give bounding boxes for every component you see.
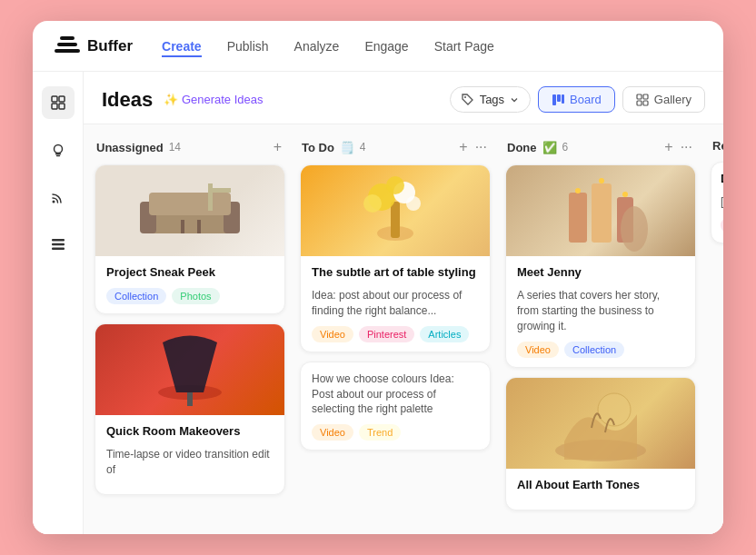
- column-count-done: 6: [562, 141, 569, 154]
- card-sofa[interactable]: Project Sneak Peek Collection Photos: [94, 164, 285, 314]
- card-design-title: Design: [721, 172, 723, 187]
- nav-tab-start-page[interactable]: Start Page: [434, 35, 494, 57]
- generate-ideas-button[interactable]: ✨ Generate Ideas: [164, 93, 263, 106]
- svg-point-36: [406, 196, 421, 211]
- nav-tab-engage[interactable]: Engage: [364, 35, 408, 57]
- card-design-desc: [Idea] advice... pattern...: [721, 194, 723, 210]
- svg-point-43: [621, 206, 648, 252]
- svg-rect-27: [208, 183, 213, 211]
- tag-collection-done: Collection: [564, 342, 624, 358]
- card-lamp-body: Quick Room Makeovers Time-lapse or video…: [95, 415, 284, 493]
- more-done-button[interactable]: ···: [679, 139, 694, 155]
- card-flowers-title: The subtle art of table styling: [312, 265, 479, 281]
- card-candles-tags: Video Collection: [517, 342, 684, 358]
- lamp-illustration: [135, 324, 244, 415]
- svg-rect-14: [557, 94, 561, 102]
- card-colours-desc: How we choose colours Idea: Post about o…: [312, 372, 479, 417]
- card-colours[interactable]: How we choose colours Idea: Post about o…: [300, 362, 491, 451]
- nav-tab-create[interactable]: Create: [162, 35, 202, 57]
- tag-video-colours: Video: [312, 424, 353, 441]
- sidebar-icon-list[interactable]: [42, 228, 75, 261]
- board-view-button[interactable]: Board: [538, 86, 615, 113]
- bulb-icon: [50, 142, 66, 158]
- card-lamp-image: [95, 324, 284, 415]
- gallery-view-button[interactable]: Gallery: [622, 86, 705, 113]
- tag-articles: Articles: [420, 326, 469, 342]
- card-desert-body: All About Earth Tones: [506, 469, 695, 510]
- svg-rect-18: [637, 101, 642, 105]
- card-candles[interactable]: Meet Jenny A series that covers her stor…: [505, 164, 696, 367]
- top-nav: Buffer Create Publish Analyze Engage Sta…: [33, 21, 723, 72]
- tag-tips: Tips +: [721, 217, 723, 233]
- tag-trend: Trend: [359, 424, 401, 441]
- tag-icon: [462, 94, 474, 106]
- add-card-unassigned-button[interactable]: +: [272, 139, 284, 155]
- svg-rect-0: [55, 49, 80, 53]
- tag-photos: Photos: [172, 288, 219, 304]
- add-card-done-button[interactable]: +: [662, 139, 674, 155]
- card-desert[interactable]: All About Earth Tones: [505, 377, 696, 510]
- card-candles-image: [506, 165, 695, 256]
- tags-label: Tags: [480, 93, 504, 106]
- tag-pinterest: Pinterest: [359, 326, 414, 342]
- main-layout: Ideas ✨ Generate Ideas Tags: [33, 72, 723, 533]
- card-lamp[interactable]: Quick Room Makeovers Time-lapse or video…: [94, 323, 285, 494]
- svg-rect-15: [562, 94, 564, 104]
- nav-tab-analyze[interactable]: Analyze: [294, 35, 340, 57]
- svg-rect-3: [52, 96, 57, 102]
- svg-point-34: [386, 176, 404, 194]
- nav-tabs: Create Publish Analyze Engage Start Page: [162, 35, 701, 57]
- sidebar-icon-rss[interactable]: [42, 181, 75, 213]
- tag-video-flowers: Video: [312, 326, 353, 342]
- more-todo-button[interactable]: ···: [473, 139, 489, 155]
- card-sofa-tags: Collection Photos: [106, 288, 274, 304]
- nav-tab-publish[interactable]: Publish: [227, 35, 269, 57]
- svg-point-42: [622, 192, 628, 197]
- sidebar: [33, 72, 84, 533]
- card-design-tags: Tips +: [721, 217, 723, 233]
- add-card-todo-button[interactable]: +: [457, 139, 469, 155]
- svg-rect-2: [60, 36, 75, 40]
- sidebar-icon-bulb[interactable]: [42, 134, 75, 166]
- rss-icon: [50, 189, 66, 205]
- svg-point-35: [363, 194, 382, 213]
- card-flowers-desc: Idea: post about our process of finding …: [312, 288, 479, 319]
- board-label: Board: [570, 93, 602, 106]
- tag-collection: Collection: [106, 288, 166, 304]
- column-actions-unassigned: +: [272, 139, 284, 155]
- card-lamp-title: Quick Room Makeovers: [106, 424, 274, 440]
- svg-rect-38: [592, 183, 612, 243]
- svg-point-7: [54, 145, 62, 154]
- column-header-review: Review: [711, 139, 723, 153]
- column-title-unassigned: Unassigned: [96, 141, 164, 154]
- logo: Buffer: [55, 36, 133, 56]
- card-candles-title: Meet Jenny: [517, 265, 684, 281]
- svg-rect-24: [181, 220, 184, 233]
- app-window: Buffer Create Publish Analyze Engage Sta…: [33, 21, 723, 533]
- gallery-icon: [636, 94, 649, 106]
- column-done: Done ✅ 6 + ···: [505, 139, 696, 519]
- layers-icon: [50, 94, 66, 111]
- buffer-logo-icon: [55, 36, 80, 56]
- card-colours-tags: Video Trend: [312, 424, 479, 441]
- column-review-partial: Review Design [Idea] advice... pattern..…: [711, 139, 723, 519]
- svg-rect-31: [391, 202, 400, 238]
- card-design[interactable]: Design [Idea] advice... pattern... Tips …: [711, 162, 723, 243]
- svg-point-12: [464, 96, 466, 98]
- tags-button[interactable]: Tags: [450, 86, 531, 113]
- card-lamp-desc: Time-lapse or video transition edit of: [106, 447, 274, 478]
- sidebar-icon-layers[interactable]: [42, 86, 75, 119]
- svg-rect-11: [52, 248, 65, 251]
- svg-rect-29: [187, 392, 193, 406]
- card-flowers-image: [301, 165, 490, 256]
- card-desert-image: [506, 378, 695, 469]
- card-sofa-title: Project Sneak Peek: [106, 265, 274, 281]
- ideas-title-group: Ideas ✨ Generate Ideas: [102, 88, 264, 112]
- column-count-unassigned: 14: [169, 141, 181, 154]
- kanban-board: Unassigned 14 +: [84, 124, 723, 533]
- svg-rect-25: [197, 220, 201, 233]
- svg-rect-1: [57, 43, 77, 46]
- column-header-todo: To Do 🗒️ 4 + ···: [300, 139, 491, 155]
- card-flowers[interactable]: The subtle art of table styling Idea: po…: [300, 164, 491, 352]
- svg-rect-9: [52, 239, 65, 242]
